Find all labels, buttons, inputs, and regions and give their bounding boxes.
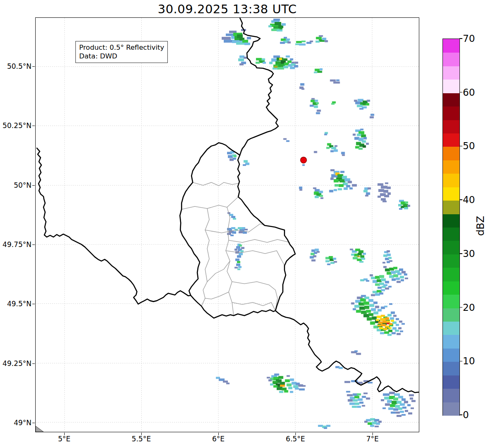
station-marker-layer [300,157,307,163]
echo-cell [384,306,387,308]
echo-cell [319,35,323,37]
colorbar-segment [443,79,459,93]
echo-cell [263,62,266,64]
echo-cell [283,58,288,61]
colorbar-segment [443,254,459,268]
colorbar-segment [443,120,459,133]
echo-cell [383,266,387,268]
echo-cell [295,44,300,45]
echo-cell [392,401,397,404]
echo-cell [364,297,369,299]
echo-cell [329,256,333,259]
echo-cell [239,63,244,65]
colorbar-segment [443,106,459,120]
echo-cell [349,402,355,405]
echo-cell [352,406,357,408]
echo-cell [399,208,402,210]
echo-cell [244,43,250,45]
echo-cell [336,80,339,81]
echo-cell [313,187,317,189]
echo-cell [401,279,404,281]
echo-cell [273,385,278,387]
colorbar-segment [443,200,459,214]
echo-cell [388,257,392,259]
canton-border [207,261,230,282]
echo-cell [326,147,329,149]
echo-cell [244,57,247,59]
echo-cell [396,401,401,404]
echo-cell [387,250,390,252]
echo-cell [236,264,240,266]
colorbar-tick-label: 40 [463,194,475,206]
lat-tick-mark [32,66,35,67]
echo-cell [381,399,384,401]
echo-cell [314,106,318,108]
echo-cell [405,201,408,203]
echo-cell [396,278,400,280]
echo-cell [346,185,350,187]
echo-cell [387,400,392,403]
echo-cell [294,65,298,68]
echo-cell [352,184,357,186]
echo-cell [378,189,384,192]
echo-cell [334,179,338,182]
echo-cell [363,253,366,255]
echo-cell [232,231,236,234]
echo-cell [234,249,237,251]
echo-cell [383,190,388,193]
canton-border [205,292,229,299]
echo-cell [359,402,363,404]
echo-cell [387,334,392,336]
echo-cell [370,116,374,119]
echo-cell [314,72,317,73]
echo-cell [361,134,366,137]
echo-cell [370,274,373,276]
colorbar-segment [443,240,459,254]
echo-cell [331,147,336,149]
echo-cell [320,195,323,197]
colorbar-segment [443,52,459,66]
echo-cell [387,321,390,323]
echo-cell [401,398,406,401]
echo-cell [350,249,353,250]
echo-cell [401,271,406,274]
echo-cell [359,108,363,110]
echo-cell [383,328,387,330]
echo-cell [317,251,320,253]
echo-cell [325,260,329,262]
colorbar-tick-label: 50 [463,140,475,152]
echo-cell [274,66,278,68]
border-belgium-germany [240,18,278,155]
lat-tick-mark [32,304,35,304]
echo-cell [363,392,367,394]
echo-cell [239,253,243,255]
lon-tick-mark [218,433,219,435]
echo-cell [288,387,293,389]
echo-cell [404,207,408,209]
colorbar-tick-mark [459,307,462,308]
echo-cell [241,247,244,249]
echo-cell [230,235,234,236]
echo-cell [370,114,374,116]
echo-cell [299,186,302,189]
echo-cell [233,157,236,160]
echo-cell [287,375,290,377]
echo-cell [388,286,392,288]
echo-cell [234,155,237,157]
echo-cell [363,145,366,148]
echo-cell [357,105,363,107]
colorbar-segment [443,388,459,402]
echo-cell [238,58,244,61]
echo-cell [389,392,395,394]
lat-tick-mark [32,363,35,364]
echo-cell [366,143,369,145]
echo-cell [284,37,287,39]
echo-cell [397,273,401,275]
echo-cell [329,190,333,192]
echo-cell [362,405,365,407]
echo-cell [320,68,323,70]
echo-cell [280,385,285,387]
echo-cell [393,315,396,317]
echo-cell [378,322,382,324]
echo-cell [358,253,362,255]
